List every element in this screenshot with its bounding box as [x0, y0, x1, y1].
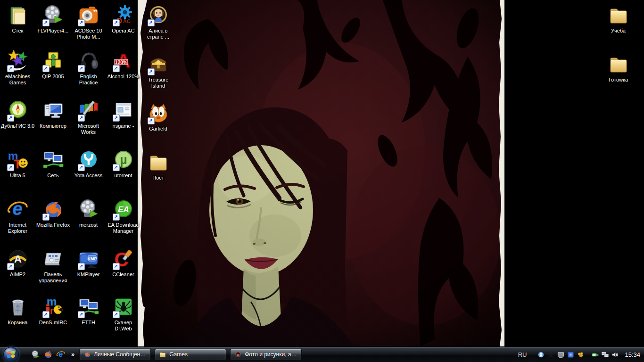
system-tray: RU 15:34 — [518, 351, 644, 359]
film-icon — [77, 198, 100, 221]
desktop-icon-ea-25[interactable]: EA↗EA Download Manager — [106, 198, 141, 234]
shortcut-arrow-icon: ↗ — [42, 214, 50, 221]
gold-badge-tray-icon[interactable] — [577, 351, 585, 359]
desktop-icon-label: ДубльГИС 3.0 — [0, 123, 35, 129]
network-tray-icon[interactable] — [601, 351, 609, 359]
desktop-icon-yota-19[interactable]: ↗Yota Access — [71, 148, 106, 179]
desktop-icon-network-18[interactable]: Сеть — [35, 148, 71, 179]
desktop-icon-mirc-31[interactable]: mr↗DenS-mIRC — [35, 296, 71, 326]
desktop-icon-computer-13[interactable]: Компьютер — [35, 99, 71, 129]
desktop-icon-folder-11[interactable]: Готоwка — [601, 53, 636, 83]
desktop-icon-label: AIMP2 — [0, 272, 35, 278]
desktop-icon-drweb-33[interactable]: ↗Сканер Dr.Web — [106, 296, 141, 332]
start-button[interactable] — [3, 346, 19, 362]
desktop-icon-folder-21[interactable]: Пост — [140, 151, 176, 181]
aimp-icon: A↗ — [7, 247, 29, 270]
desktop-icon-label: KMPlayer — [71, 272, 106, 278]
firefox-icon — [83, 351, 91, 358]
desktop-icon-label: Garfield — [140, 126, 176, 132]
desktop-icon-firefox-23[interactable]: ↗Mozilla Firefox — [35, 198, 71, 228]
desktop-icon-operaac-3[interactable]: OAC↗Opera AC — [106, 4, 141, 34]
shortcut-arrow-icon: ↗ — [42, 65, 50, 72]
desktop-icon-label: merzost — [71, 222, 106, 228]
desktop-icon-aimp-26[interactable]: A↗AIMP2 — [0, 247, 35, 278]
film-icon: ↗ — [42, 4, 65, 26]
desktop-wallpaper — [138, 0, 504, 346]
volume-tray-icon[interactable] — [611, 351, 619, 359]
desktop-icon-label: Mozilla Firefox — [35, 222, 71, 228]
quick-launch-internet-explorer[interactable]: e — [56, 349, 66, 360]
desktop-icon-emachines-6[interactable]: ↗eMachines Games — [0, 49, 35, 86]
quick-launch-firefox[interactable] — [43, 349, 53, 360]
desktop-icon-headphones-8[interactable]: ↗English Practice — [71, 49, 106, 86]
network-icon: ↗ — [77, 296, 100, 318]
shortcut-arrow-icon: ↗ — [7, 65, 14, 72]
language-indicator[interactable]: RU — [518, 351, 527, 358]
shortcut-arrow-icon: ↗ — [148, 19, 155, 26]
taskbar-button-photos[interactable]: Фото и рисунки, ар... — [230, 349, 302, 361]
shortcut-arrow-icon: ↗ — [78, 115, 85, 122]
desktop-icon-ultra-17[interactable]: mT↗Ultra 5 — [0, 148, 35, 179]
taskbar-button-label: Фото и рисунки, ар... — [245, 351, 297, 358]
desktop-icon-alcohol-9[interactable]: A120%↗Alcohol 120% — [106, 49, 141, 80]
blue-app-tray-icon[interactable] — [567, 351, 575, 359]
desktop-icon-label: English Practice — [71, 74, 106, 86]
svg-text:A: A — [14, 253, 22, 265]
shortcut-arrow-icon: ↗ — [113, 115, 120, 122]
emachines-icon: ↗ — [7, 49, 29, 72]
desktop-icon-nsgame-15[interactable]: ↗nsgame - — [106, 99, 141, 129]
desktop-icon-recycle-30[interactable]: Корзина — [0, 296, 35, 326]
drweb-icon: ↗ — [112, 296, 135, 318]
taskbar-button-private-messages[interactable]: Личные Сообщени... — [79, 349, 151, 361]
taskbar-button-games[interactable]: Games — [155, 349, 226, 361]
desktop-icon-msworks-14[interactable]: ↗Microsoft Works — [71, 99, 106, 135]
desktop-icon-film-24[interactable]: merzost — [71, 198, 106, 228]
quick-launch-overflow-chevron[interactable]: » — [71, 351, 74, 358]
desktop-icon-label: Alcohol 120% — [106, 74, 141, 80]
desktop-icon-label: Компьютер — [35, 123, 71, 129]
shortcut-arrow-icon: ↗ — [113, 311, 120, 318]
headphones-icon: ↗ — [77, 49, 100, 72]
desktop-icon-label: Yota Access — [71, 173, 106, 179]
messenger-tray-icon[interactable] — [537, 351, 545, 359]
shortcut-arrow-icon: ↗ — [148, 117, 155, 124]
desktop-icon-label: ETTH — [71, 320, 106, 326]
display-tray-icon[interactable] — [557, 351, 565, 359]
clock[interactable]: 15:34 — [625, 351, 640, 358]
desktop-icon-label: Opera AC — [106, 28, 141, 34]
desktop-icon-ccleaner-29[interactable]: C↗CCleaner — [106, 247, 141, 278]
desktop-icon-alice-4[interactable]: ↗Алиса в стране ... — [140, 4, 176, 40]
desktop-icon-folder-5[interactable]: Учеба — [601, 4, 636, 34]
desktop-icon-ie-22[interactable]: eInternet Explorer — [0, 198, 35, 234]
desktop-icon-stack-0[interactable]: Стек — [0, 4, 35, 34]
desktop-icon-garfield-16[interactable]: ↗Garfield — [140, 102, 176, 132]
desktop-icon-label: Панель управления — [35, 272, 71, 284]
desktop-icon-kmp-28[interactable]: KMP↗KMPlayer — [71, 247, 106, 278]
desktop-icon-label: Стек — [0, 28, 35, 34]
desktop-icon-qip-7[interactable]: ↗QIP 2005 — [35, 49, 71, 80]
utorrent-icon: µ↗ — [112, 148, 135, 171]
svg-text:µ: µ — [120, 153, 127, 167]
drweb-spider-tray-icon[interactable] — [547, 351, 555, 359]
shortcut-arrow-icon: ↗ — [113, 164, 120, 171]
desktop-icon-label: DenS-mIRC — [35, 320, 71, 326]
svg-text:r: r — [50, 306, 54, 316]
mirc-icon: mr↗ — [42, 296, 65, 318]
svg-text:EA: EA — [118, 205, 129, 214]
desktop-icon-dubgis-12[interactable]: ↗ДубльГИС 3.0 — [0, 99, 35, 129]
desktop-icon-acdsee-2[interactable]: ↗ACDSee 10 Photo M... — [71, 4, 106, 40]
msworks-icon: ↗ — [77, 99, 100, 122]
tray-icon-group — [536, 351, 586, 359]
desktop-icon-controlpanel-27[interactable]: Панель управления — [35, 247, 71, 284]
desktop-icon-utorrent-20[interactable]: µ↗utorrent — [106, 148, 141, 179]
desktop-icon-treasure-10[interactable]: ↗Treasure Island — [140, 53, 176, 89]
desktop-surface[interactable]: Стек↗FLVPlayer4...↗ACDSee 10 Photo M...O… — [0, 0, 644, 346]
quick-launch-flv-player[interactable] — [30, 349, 41, 360]
power-tray-icon[interactable] — [591, 351, 599, 359]
desktop-icon-label: Пост — [140, 175, 176, 181]
desktop-icon-film-1[interactable]: ↗FLVPlayer4... — [35, 4, 71, 34]
desktop-icon-label: Корзина — [0, 320, 35, 326]
desktop-icon-network-32[interactable]: ↗ETTH — [71, 296, 106, 326]
shortcut-arrow-icon: ↗ — [42, 19, 50, 26]
desktop-icon-label: Учеба — [601, 28, 636, 34]
